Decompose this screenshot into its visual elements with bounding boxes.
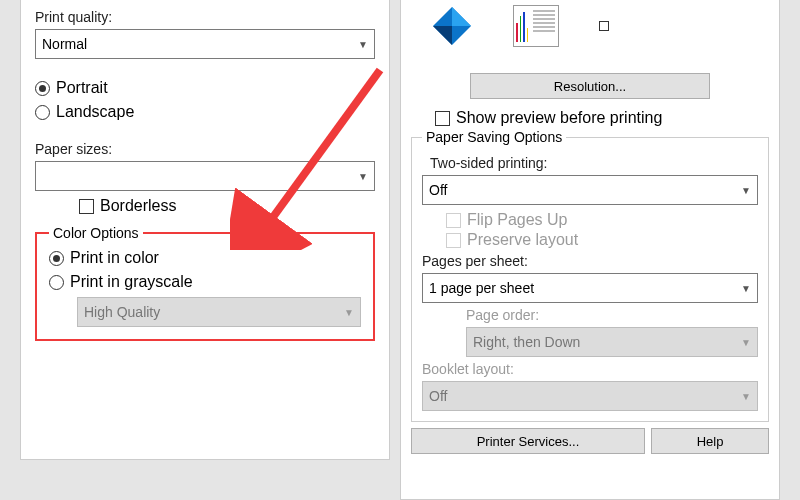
bottom-button-row: Printer Services... Help — [411, 428, 769, 454]
landscape-radio[interactable]: Landscape — [35, 103, 375, 121]
right-panel: Resolution... Show preview before printi… — [400, 0, 780, 500]
booklet-layout-label: Booklet layout: — [422, 361, 758, 377]
document-preview-icon — [513, 5, 559, 47]
flip-pages-label: Flip Pages Up — [467, 211, 568, 229]
checkbox-icon — [446, 213, 461, 228]
color-options-group: Color Options Print in color Print in gr… — [35, 225, 375, 341]
borderless-label: Borderless — [100, 197, 176, 215]
paper-sizes-label: Paper sizes: — [35, 141, 375, 157]
print-in-grayscale-label: Print in grayscale — [70, 273, 193, 291]
chevron-down-icon: ▼ — [741, 185, 751, 196]
radio-icon — [35, 105, 50, 120]
chevron-down-icon: ▼ — [741, 337, 751, 348]
grayscale-quality-value: High Quality — [84, 304, 160, 320]
color-options-legend: Color Options — [49, 225, 143, 241]
chevron-down-icon: ▼ — [358, 39, 368, 50]
booklet-layout-select: Off ▼ — [422, 381, 758, 411]
checkbox-icon — [435, 111, 450, 126]
page-order-label: Page order: — [466, 307, 758, 323]
chevron-down-icon: ▼ — [344, 307, 354, 318]
two-sided-select[interactable]: Off ▼ — [422, 175, 758, 205]
booklet-layout-value: Off — [429, 388, 447, 404]
chevron-down-icon: ▼ — [741, 391, 751, 402]
windows-logo-icon — [431, 5, 473, 47]
radio-icon — [35, 81, 50, 96]
grayscale-quality-select: High Quality ▼ — [77, 297, 361, 327]
landscape-label: Landscape — [56, 103, 134, 121]
flip-pages-checkbox: Flip Pages Up — [446, 211, 758, 229]
printer-services-button[interactable]: Printer Services... — [411, 428, 645, 454]
portrait-radio[interactable]: Portrait — [35, 79, 375, 97]
preserve-layout-label: Preserve layout — [467, 231, 578, 249]
print-quality-label: Print quality: — [35, 9, 375, 25]
paper-sizes-select[interactable]: ▼ — [35, 161, 375, 191]
svg-marker-3 — [433, 26, 452, 45]
page-order-value: Right, then Down — [473, 334, 580, 350]
paper-saving-legend: Paper Saving Options — [422, 129, 566, 145]
chevron-down-icon: ▼ — [358, 171, 368, 182]
help-button[interactable]: Help — [651, 428, 769, 454]
radio-icon — [49, 251, 64, 266]
resolution-button[interactable]: Resolution... — [470, 73, 710, 99]
print-in-color-label: Print in color — [70, 249, 159, 267]
svg-marker-2 — [452, 7, 471, 26]
print-quality-select[interactable]: Normal ▼ — [35, 29, 375, 59]
show-preview-checkbox[interactable]: Show preview before printing — [435, 109, 769, 127]
checkbox-icon — [79, 199, 94, 214]
print-in-grayscale-radio[interactable]: Print in grayscale — [49, 273, 361, 291]
print-quality-value: Normal — [42, 36, 87, 52]
radio-icon — [49, 275, 64, 290]
thumbnail-placeholder-icon — [599, 21, 609, 31]
checkbox-icon — [446, 233, 461, 248]
show-preview-label: Show preview before printing — [456, 109, 662, 127]
preserve-layout-checkbox: Preserve layout — [446, 231, 758, 249]
print-in-color-radio[interactable]: Print in color — [49, 249, 361, 267]
pages-per-sheet-select[interactable]: 1 page per sheet ▼ — [422, 273, 758, 303]
chevron-down-icon: ▼ — [741, 283, 751, 294]
paper-saving-group: Paper Saving Options Two-sided printing:… — [411, 129, 769, 422]
page-order-select: Right, then Down ▼ — [466, 327, 758, 357]
two-sided-label: Two-sided printing: — [430, 155, 758, 171]
portrait-label: Portrait — [56, 79, 108, 97]
left-panel: Print quality: Normal ▼ Portrait Landsca… — [20, 0, 390, 460]
borderless-checkbox[interactable]: Borderless — [79, 197, 375, 215]
pages-per-sheet-label: Pages per sheet: — [422, 253, 758, 269]
preview-icons — [411, 0, 769, 53]
two-sided-value: Off — [429, 182, 447, 198]
pages-per-sheet-value: 1 page per sheet — [429, 280, 534, 296]
